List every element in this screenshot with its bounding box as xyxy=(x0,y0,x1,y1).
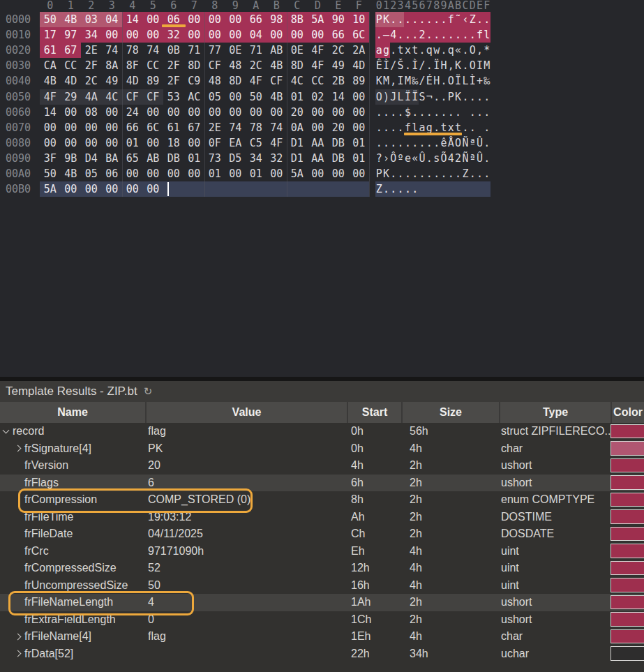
ascii-char-cell[interactable]: , xyxy=(390,73,397,89)
ascii-char-cell[interactable] xyxy=(447,181,454,197)
hex-byte-cell[interactable]: 00 xyxy=(163,105,184,120)
template-row-record[interactable]: recordflag0h56hstruct ZIPFILERECO... xyxy=(0,423,644,440)
hex-byte-cell[interactable]: 2A xyxy=(349,43,370,58)
ascii-char-cell[interactable]: . xyxy=(433,27,440,43)
ascii-char-cell[interactable]: P xyxy=(447,89,454,105)
ascii-char-cell[interactable]: . xyxy=(397,105,404,120)
hex-byte-cell[interactable]: 53 xyxy=(163,89,184,105)
ascii-char-cell[interactable]: e xyxy=(404,151,411,166)
hex-byte-cell[interactable]: 20 xyxy=(328,120,349,135)
hex-byte-cell[interactable]: 00 xyxy=(61,135,82,151)
ascii-char-cell[interactable]: . xyxy=(412,12,419,27)
color-swatch[interactable] xyxy=(611,509,644,524)
hex-byte-cell[interactable]: 67 xyxy=(61,43,82,58)
hex-byte-cell[interactable]: 01 xyxy=(349,151,370,166)
hex-byte-cell[interactable]: AB xyxy=(267,43,287,58)
hex-byte-cell[interactable]: D1 xyxy=(287,151,308,166)
hex-byte-cell[interactable]: EA xyxy=(225,135,246,151)
ascii-char-cell[interactable]: , xyxy=(476,43,483,58)
hex-byte-cell[interactable]: 24 xyxy=(122,105,143,120)
ascii-char-cell[interactable]: Ê xyxy=(375,58,382,73)
column-header-color[interactable]: Color xyxy=(612,402,644,423)
hex-byte-cell[interactable]: 00 xyxy=(122,27,143,43)
ascii-char-cell[interactable]: $ xyxy=(404,105,411,120)
ascii-char-cell[interactable]: . xyxy=(426,135,433,151)
ascii-char-cell[interactable]: . xyxy=(419,43,426,58)
hex-byte-cell[interactable] xyxy=(225,181,246,197)
ascii-char-cell[interactable]: . xyxy=(426,12,433,27)
ascii-char-cell[interactable]: P xyxy=(375,12,382,27)
hex-byte-cell[interactable]: 49 xyxy=(328,58,349,73)
hex-byte-cell[interactable]: 00 xyxy=(163,166,184,181)
ascii-char-cell[interactable]: . xyxy=(419,12,426,27)
template-row-frFileName4[interactable]: frFileName[4]flag1Eh4hchar xyxy=(0,628,644,645)
hex-byte-cell[interactable]: 00 xyxy=(204,27,225,43)
hex-byte-cell[interactable]: 14 xyxy=(328,89,349,105)
ascii-char-cell[interactable]: . xyxy=(382,135,389,151)
hex-byte-cell[interactable]: 00 xyxy=(267,27,287,43)
hex-byte-cell[interactable]: 2E xyxy=(204,120,225,135)
ascii-char-cell[interactable]: / xyxy=(419,73,426,89)
ascii-char-cell[interactable]: ˜ xyxy=(454,12,461,27)
hex-byte-cell[interactable]: CF xyxy=(267,73,287,89)
ascii-char-cell[interactable]: . xyxy=(426,27,433,43)
ascii-char-cell[interactable]: . xyxy=(462,27,469,43)
hex-byte-cell[interactable]: 00 xyxy=(246,105,267,120)
hex-byte-cell[interactable]: 10 xyxy=(349,12,370,27)
ascii-char-cell[interactable]: Ì xyxy=(382,58,389,73)
hex-byte-cell[interactable]: AA xyxy=(308,135,329,151)
ascii-char-cell[interactable]: . xyxy=(419,135,426,151)
hex-byte-cell[interactable]: 78 xyxy=(246,120,267,135)
ascii-char-cell[interactable]: q xyxy=(447,43,454,58)
hex-byte-cell[interactable]: 50 xyxy=(246,89,267,105)
hex-byte-cell[interactable]: 00 xyxy=(225,105,246,120)
ascii-char-cell[interactable]: H xyxy=(440,58,447,73)
hex-byte-cell[interactable]: 14 xyxy=(122,12,143,27)
hex-byte-cell[interactable]: 0F xyxy=(204,135,225,151)
ascii-char-cell[interactable]: K xyxy=(454,58,461,73)
hex-byte-cell[interactable]: 4D xyxy=(122,73,143,89)
hex-byte-cell[interactable]: 4B xyxy=(61,12,82,27)
ascii-char-cell[interactable]: + xyxy=(476,73,483,89)
ascii-char-cell[interactable]: g xyxy=(382,43,389,58)
hex-byte-cell[interactable]: 00 xyxy=(349,105,370,120)
ascii-char-cell[interactable]: x xyxy=(404,43,411,58)
ascii-char-cell[interactable] xyxy=(476,120,483,135)
ascii-char-cell[interactable]: L xyxy=(462,73,469,89)
hex-byte-cell[interactable]: 98 xyxy=(267,12,287,27)
ascii-char-cell[interactable]: . xyxy=(484,151,491,166)
ascii-char-cell[interactable]: Û xyxy=(476,135,483,151)
hex-byte-cell[interactable]: 65 xyxy=(122,151,143,166)
hex-byte-cell[interactable]: 00 xyxy=(143,27,164,43)
ascii-char-cell[interactable]: . xyxy=(462,89,469,105)
ascii-char-cell[interactable]: Ì xyxy=(412,58,419,73)
template-row-frVersion[interactable]: frVersion204h2hushort xyxy=(0,457,644,475)
ascii-char-cell[interactable]: « xyxy=(412,151,419,166)
chevron-right-icon[interactable] xyxy=(15,445,22,452)
ascii-char-cell[interactable]: . xyxy=(440,166,447,181)
hex-byte-cell[interactable]: 05 xyxy=(81,166,102,181)
ascii-char-cell[interactable]: . xyxy=(469,27,476,43)
hex-byte-cell[interactable]: 00 xyxy=(349,166,370,181)
hex-byte-cell[interactable]: 00 xyxy=(40,135,61,151)
hex-byte-cell[interactable]: 29 xyxy=(61,89,82,105)
template-row-frSignature4[interactable]: frSignature[4]PK0h4hchar xyxy=(0,440,644,458)
hex-byte-cell[interactable]: 00 xyxy=(225,89,246,105)
hex-byte-cell[interactable]: 2F xyxy=(163,58,184,73)
ascii-char-cell[interactable]: . xyxy=(440,27,447,43)
hex-byte-cell[interactable]: 06 xyxy=(102,166,123,181)
hex-byte-cell[interactable] xyxy=(267,181,287,197)
color-swatch[interactable] xyxy=(611,475,644,490)
ascii-char-cell[interactable]: , xyxy=(447,58,454,73)
hex-byte-cell[interactable]: AB xyxy=(143,151,164,166)
ascii-char-cell[interactable]: . xyxy=(447,27,454,43)
ascii-char-cell[interactable]: . xyxy=(426,166,433,181)
hex-byte-cell[interactable]: 00 xyxy=(102,27,123,43)
hex-byte-cell[interactable]: 4F xyxy=(308,58,329,73)
hex-byte-cell[interactable]: 89 xyxy=(143,73,164,89)
ascii-char-cell[interactable]: M xyxy=(484,58,491,73)
hex-byte-cell[interactable]: 61 xyxy=(163,120,184,135)
hex-byte-cell[interactable]: 8F xyxy=(122,58,143,73)
ascii-char-cell[interactable]: O xyxy=(469,43,476,58)
ascii-char-cell[interactable]: . xyxy=(404,12,411,27)
